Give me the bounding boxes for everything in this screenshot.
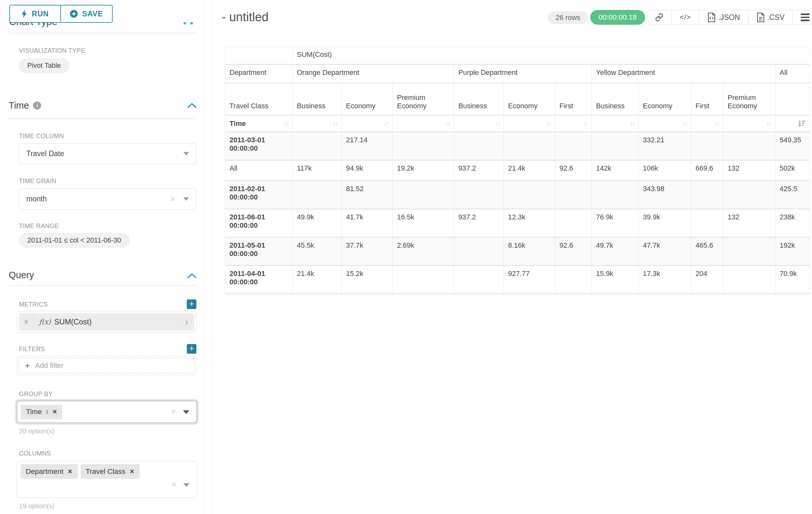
column-sort-header[interactable]: ↓↑ xyxy=(504,115,555,132)
chevron-right-icon[interactable]: › xyxy=(179,313,194,330)
table-cell: 17.3k xyxy=(639,266,691,294)
table-cell: 238k xyxy=(775,209,810,237)
code-icon: </> xyxy=(680,13,691,22)
table-cell: 204 xyxy=(691,266,723,294)
column-header: Business xyxy=(293,83,342,115)
column-header: First xyxy=(691,83,723,115)
chevron-down-icon xyxy=(183,483,190,487)
menu-button[interactable] xyxy=(792,10,812,24)
row-label: All xyxy=(225,160,293,181)
remove-metric-icon[interactable]: × xyxy=(19,313,34,330)
table-cell: 92.6 xyxy=(555,237,592,266)
sort-icon: ↓↑ xyxy=(682,119,687,128)
columns-tag[interactable]: Department ✕ xyxy=(21,464,78,479)
column-header: Premium Economy xyxy=(393,83,454,115)
metric-header-row: SUM(Cost) xyxy=(225,47,810,64)
metric-pill[interactable]: × ƒ(x) SUM(Cost) › xyxy=(19,313,194,330)
row-label: 2011-02-01 00:00:00 xyxy=(225,181,293,209)
sort-icon: ↓↑ xyxy=(766,119,771,128)
save-button[interactable]: SAVE xyxy=(60,5,113,23)
column-group-header: Yellow Department xyxy=(592,64,775,83)
table-cell xyxy=(555,209,592,237)
metrics-label: METRICS xyxy=(19,301,48,308)
table-cell xyxy=(454,132,504,160)
panel-drag-handle[interactable] xyxy=(183,22,193,24)
table-row: 2011-04-01 00:00:00 21.4k 15.2k 927.77 1… xyxy=(225,266,810,294)
share-link-button[interactable] xyxy=(647,10,671,24)
remove-tag-icon[interactable]: ✕ xyxy=(68,468,72,475)
column-sort-header[interactable]: ↓↑ xyxy=(293,115,342,132)
csv-file-icon xyxy=(756,12,765,22)
column-sort-header[interactable]: ↓↑ xyxy=(592,115,639,132)
department-header-row: Department Orange Department Purple Depa… xyxy=(225,64,810,83)
section-divider xyxy=(9,33,196,33)
table-cell xyxy=(723,132,775,160)
column-group-header: All xyxy=(775,64,810,83)
time-section-header[interactable]: Time i xyxy=(9,100,41,111)
export-csv-button[interactable]: .CSV xyxy=(748,10,793,24)
column-sort-header[interactable]: ↓↑ xyxy=(555,115,592,132)
section-divider xyxy=(9,118,196,119)
view-query-button[interactable]: </> xyxy=(671,10,699,24)
lightning-bolt-icon xyxy=(22,10,27,18)
table-cell: 343.98 xyxy=(639,181,691,209)
table-cell xyxy=(454,237,504,266)
sort-icon: ↓↑ xyxy=(582,119,587,128)
column-sort-header-active[interactable] xyxy=(775,115,810,132)
column-sort-header[interactable]: ↓↑ xyxy=(454,115,504,132)
sort-icon: ↓↑ xyxy=(332,119,337,128)
column-header: Business xyxy=(592,83,639,115)
remove-tag-icon[interactable]: ✕ xyxy=(52,408,57,415)
table-cell: 15.2k xyxy=(342,266,393,294)
sort-header-row: Time ↓↑ ↓↑ ↓↑ ↓↑ ↓↑ ↓↑ ↓↑ ↓↑ ↓↑ ↓↑ ↓↑ xyxy=(225,115,810,132)
time-grain-select[interactable]: month × xyxy=(19,189,196,210)
query-section-header[interactable]: Query xyxy=(9,270,34,280)
column-sort-header[interactable]: ↓↑ xyxy=(723,115,775,132)
column-sort-header[interactable]: ↓↑ xyxy=(393,115,454,132)
table-cell: 549.35 xyxy=(775,132,810,160)
query-timer-badge: 00:00:00.18 xyxy=(590,10,645,25)
table-row: All 117k 94.9k 19.2k 937.2 21.4k 92.6 14… xyxy=(225,160,810,181)
chart-panel: - untitled 26 rows 00:00:00.18 </> .JSON… xyxy=(211,0,812,514)
table-cell: 142k xyxy=(592,160,639,181)
row-label: 2011-03-01 00:00:00 xyxy=(225,132,293,160)
plus-circle-icon xyxy=(70,10,78,18)
column-sort-header[interactable]: ↓↑ xyxy=(691,115,723,132)
run-button[interactable]: RUN xyxy=(9,5,61,23)
remove-tag-icon[interactable]: ✕ xyxy=(130,468,135,475)
info-icon: i xyxy=(33,102,41,110)
column-sort-header[interactable]: ↓↑ xyxy=(342,115,393,132)
clear-icon[interactable]: × xyxy=(170,195,175,204)
table-cell: 47.7k xyxy=(639,237,691,266)
row-label: 2011-06-01 00:00:00 xyxy=(225,209,293,237)
table-cell xyxy=(393,132,454,160)
table-row: 2011-03-01 00:00:00 217.14 332.21 549.35 xyxy=(225,132,810,160)
add-filter-button[interactable]: + Add filter xyxy=(19,358,195,373)
column-group-header: Orange Department xyxy=(293,64,454,83)
columns-tag[interactable]: Travel Class ✕ xyxy=(81,464,140,479)
clear-icon[interactable]: × xyxy=(171,407,176,416)
time-range-pill[interactable]: 2011-01-01 ≤ col < 2011-06-30 xyxy=(19,233,130,248)
table-cell xyxy=(504,132,555,160)
time-sort-header[interactable]: Time ↓↑ xyxy=(225,115,293,132)
group-by-tag[interactable]: Time i ✕ xyxy=(21,405,62,419)
columns-select[interactable]: Department ✕ Travel Class ✕ × xyxy=(17,461,197,498)
collapse-chevron-icon[interactable] xyxy=(187,103,196,108)
table-cell xyxy=(555,181,592,209)
travel-class-axis-label: Travel Class xyxy=(225,83,293,115)
add-metric-button[interactable]: + xyxy=(187,299,196,309)
visualization-type-pill[interactable]: Pivot Table xyxy=(19,58,69,73)
sort-icon: ↓↑ xyxy=(629,119,634,128)
add-filter-plus-button[interactable]: + xyxy=(187,344,196,354)
table-cell: 12.3k xyxy=(504,209,555,237)
collapse-chevron-icon[interactable] xyxy=(187,273,196,278)
export-json-button[interactable]: .JSON xyxy=(699,10,748,24)
plus-icon: + xyxy=(25,361,30,371)
time-column-select[interactable]: Travel Date xyxy=(19,143,196,164)
table-cell: 49.7k xyxy=(592,237,639,266)
column-sort-header[interactable]: ↓↑ xyxy=(639,115,691,132)
table-cell xyxy=(592,181,639,209)
clear-icon[interactable]: × xyxy=(172,480,176,489)
row-count-badge: 26 rows xyxy=(548,11,588,24)
group-by-select[interactable]: Time i ✕ × xyxy=(17,401,197,423)
